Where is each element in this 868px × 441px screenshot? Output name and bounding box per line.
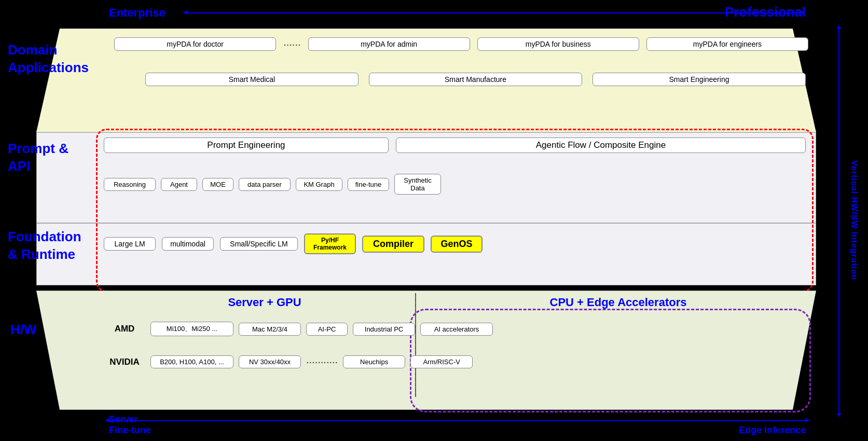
hw-amd-row: AMD Mi100、Mi250 ... Mac M2/3/4 AI-PC Ind… [104,322,806,336]
main-container: Enterprise Professional Vertical HW/SW I… [0,0,868,441]
prompt-row1: Prompt Engineering Agentic Flow / Compos… [104,137,806,153]
mypda-doctor: myPDA for doctor [114,37,276,51]
vertical-integration-label: Vertical HW/SW Integration [849,31,859,410]
ai-pc: AI-PC [306,323,348,336]
reasoning: Reasoning [104,178,156,191]
mypda-business: myPDA for business [477,37,639,51]
compiler: Compiler [362,236,424,253]
mac-m234: Mac M2/3/4 [239,323,301,336]
prompt-api-label: Prompt & API [8,140,91,175]
server-fine-tune-label: ServerFine-tune [109,414,151,436]
smart-engineering: Smart Engineering [593,73,806,86]
vertical-arrow [838,29,839,412]
large-lm: Large LM [104,237,156,251]
prompt-row2: Reasoning Agent MOE data parser KM Graph… [104,174,808,195]
server-gpu-label: Server + GPU [119,296,410,309]
data-parser: data parser [239,178,291,191]
prompt-engineering: Prompt Engineering [104,137,389,153]
neuchips: Neuchips [343,355,405,368]
foundation-runtime-layer [36,223,816,285]
multimodal: multimodal [162,237,214,251]
arm-riscv: Arm/RISC-V [410,355,473,368]
smart-medical: Smart Medical [145,73,359,86]
genos: GenOS [431,236,483,253]
pyhf-framework: Py/HF Framework [304,233,356,254]
agentic-flow: Agentic Flow / Composite Engine [396,137,806,153]
synthetic-data: Synthetic Data [394,174,441,195]
km-graph: KM Graph [296,178,342,191]
moe: MOE [202,178,233,191]
domain-applications-label: Domain Applications [8,42,91,77]
smart-manufacture: Smart Manufacture [369,73,582,86]
hw-label: H/W [10,322,73,338]
amd-mi100: Mi100、Mi250 ... [150,322,233,336]
hw-nvidia-row: NVIDIA B200, H100, A100, ... NV 30xx/40x… [104,355,806,368]
nv-30xx: NV 30xx/40xx [239,355,301,368]
edge-inference-label: Edge Inference [739,425,806,436]
domain-row2: Smart Medical Smart Manufacture Smart En… [145,73,806,86]
cpu-edge-label: CPU + Edge Accelerators [431,296,806,309]
amd-label: AMD [104,324,145,334]
mypda-engineers: myPDA for engineers [646,37,808,51]
dots-hw: ··········· [306,356,338,368]
ai-accelerators: AI accelerators [420,323,493,336]
hw-divider [415,293,416,397]
nvidia-label: NVIDIA [104,357,145,367]
foundation-runtime-label: Foundation & Runtime [8,228,91,264]
mypda-admin: myPDA for admin [308,37,470,51]
professional-label: Professional [725,4,806,20]
industrial-pc: Industrial PC [353,323,415,336]
enterprise-label: Enterprise [109,6,166,20]
fine-tune: fine-tune [348,178,389,191]
bottom-arrow [109,420,806,421]
agent: Agent [161,178,197,191]
foundation-row: Large LM multimodal Small/Specific LM Py… [104,233,808,254]
domain-row1: myPDA for doctor ······ myPDA for admin … [114,37,808,51]
nvidia-b200: B200, H100, A100, ... [150,355,233,368]
top-arrow [187,12,801,13]
dots1: ······ [283,38,300,50]
small-specific-lm: Small/Specific LM [220,237,298,251]
